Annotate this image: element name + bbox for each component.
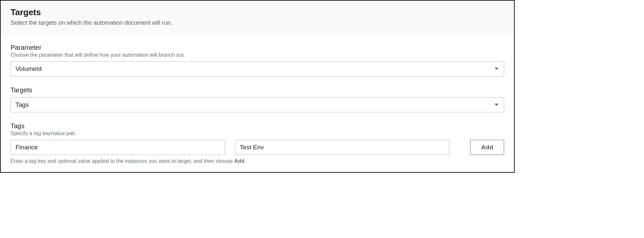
tags-input-row: Add — [11, 140, 504, 155]
parameter-description: Choose the parameter that will define ho… — [11, 52, 504, 58]
targets-label: Targets — [11, 86, 504, 94]
targets-select-wrapper: Tags — [11, 97, 504, 112]
tags-helper-suffix: . — [244, 158, 246, 164]
targets-field-group: Targets Tags — [11, 86, 504, 112]
panel-title: Targets — [11, 7, 504, 17]
panel-body: Parameter Choose the parameter that will… — [1, 35, 514, 172]
parameter-select[interactable]: VolumeId — [11, 61, 504, 76]
targets-panel: Targets Select the targets on which the … — [0, 0, 515, 173]
tags-helper-bold: Add — [234, 158, 244, 164]
tag-value-input[interactable] — [235, 140, 449, 155]
parameter-field-group: Parameter Choose the parameter that will… — [11, 44, 504, 76]
tags-helper-text: Enter a tag key and optional value appli… — [11, 158, 504, 164]
tags-description: Specify a tag key/value pair. — [11, 131, 504, 136]
tags-field-group: Tags Specify a tag key/value pair. Add E… — [11, 122, 504, 164]
tag-key-input[interactable] — [11, 140, 225, 155]
parameter-select-wrapper: VolumeId — [11, 61, 504, 76]
tags-helper-prefix: Enter a tag key and optional value appli… — [11, 158, 234, 164]
add-button[interactable]: Add — [470, 140, 504, 155]
panel-header: Targets Select the targets on which the … — [1, 1, 514, 35]
parameter-label: Parameter — [11, 44, 504, 51]
panel-subtitle: Select the targets on which the automati… — [11, 19, 504, 26]
targets-select[interactable]: Tags — [11, 97, 504, 112]
tags-label: Tags — [11, 122, 504, 130]
